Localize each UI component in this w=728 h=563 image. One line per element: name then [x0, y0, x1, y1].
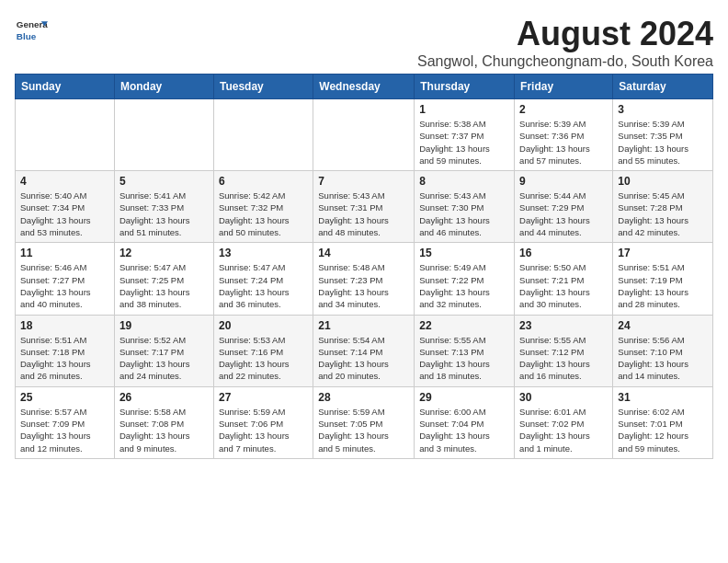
day-number: 14 [318, 247, 409, 259]
day-number: 2 [519, 103, 608, 116]
day-info: Sunrise: 5:54 AM Sunset: 7:14 PM Dayligh… [318, 334, 409, 383]
weekday-header-wednesday: Wednesday [313, 75, 415, 99]
day-info: Sunrise: 5:59 AM Sunset: 7:05 PM Dayligh… [318, 406, 409, 454]
day-number: 4 [20, 175, 109, 188]
day-info: Sunrise: 5:46 AM Sunset: 7:27 PM Dayligh… [20, 261, 109, 310]
day-number: 15 [419, 247, 509, 259]
weekday-header-saturday: Saturday [613, 75, 713, 99]
day-number: 25 [20, 391, 109, 404]
day-number: 28 [318, 391, 409, 404]
day-info: Sunrise: 5:44 AM Sunset: 7:29 PM Dayligh… [519, 190, 608, 238]
week-row-2: 4Sunrise: 5:40 AM Sunset: 7:34 PM Daylig… [16, 171, 713, 243]
day-number: 12 [119, 247, 209, 259]
day-number: 7 [318, 175, 409, 188]
calendar-cell: 3Sunrise: 5:39 AM Sunset: 7:35 PM Daylig… [613, 99, 713, 171]
day-info: Sunrise: 6:02 AM Sunset: 7:01 PM Dayligh… [618, 406, 708, 454]
header: General Blue August 2024 Sangwol, Chungc… [15, 15, 713, 70]
day-number: 23 [519, 319, 608, 332]
calendar-cell: 16Sunrise: 5:50 AM Sunset: 7:21 PM Dayli… [515, 243, 613, 315]
day-number: 30 [519, 391, 608, 404]
day-number: 29 [419, 391, 509, 404]
day-info: Sunrise: 5:51 AM Sunset: 7:19 PM Dayligh… [618, 261, 708, 310]
calendar-cell: 6Sunrise: 5:42 AM Sunset: 7:32 PM Daylig… [213, 171, 313, 243]
day-info: Sunrise: 5:40 AM Sunset: 7:34 PM Dayligh… [20, 190, 109, 238]
calendar-cell: 2Sunrise: 5:39 AM Sunset: 7:36 PM Daylig… [515, 99, 613, 171]
day-number: 26 [119, 391, 209, 404]
logo: General Blue [15, 15, 48, 48]
calendar-cell: 9Sunrise: 5:44 AM Sunset: 7:29 PM Daylig… [515, 171, 613, 243]
day-number: 24 [618, 319, 708, 332]
day-info: Sunrise: 5:42 AM Sunset: 7:32 PM Dayligh… [219, 190, 308, 238]
day-number: 18 [20, 319, 109, 332]
day-number: 1 [419, 103, 509, 116]
calendar-cell: 19Sunrise: 5:52 AM Sunset: 7:17 PM Dayli… [114, 315, 213, 386]
day-number: 19 [119, 319, 209, 332]
weekday-header-sunday: Sunday [16, 75, 115, 99]
calendar-cell: 10Sunrise: 5:45 AM Sunset: 7:28 PM Dayli… [613, 171, 713, 243]
calendar-cell: 12Sunrise: 5:47 AM Sunset: 7:25 PM Dayli… [114, 243, 213, 315]
day-info: Sunrise: 5:39 AM Sunset: 7:35 PM Dayligh… [618, 118, 708, 167]
calendar-cell [114, 99, 213, 171]
week-row-3: 11Sunrise: 5:46 AM Sunset: 7:27 PM Dayli… [16, 243, 713, 315]
day-info: Sunrise: 5:47 AM Sunset: 7:25 PM Dayligh… [119, 261, 209, 310]
day-number: 9 [519, 175, 608, 188]
calendar-cell: 26Sunrise: 5:58 AM Sunset: 7:08 PM Dayli… [114, 386, 213, 458]
calendar-cell: 18Sunrise: 5:51 AM Sunset: 7:18 PM Dayli… [16, 315, 115, 386]
day-info: Sunrise: 5:45 AM Sunset: 7:28 PM Dayligh… [618, 190, 708, 238]
week-row-5: 25Sunrise: 5:57 AM Sunset: 7:09 PM Dayli… [16, 386, 713, 458]
calendar-cell: 29Sunrise: 6:00 AM Sunset: 7:04 PM Dayli… [415, 386, 515, 458]
day-info: Sunrise: 5:50 AM Sunset: 7:21 PM Dayligh… [519, 261, 608, 310]
weekday-header-tuesday: Tuesday [213, 75, 313, 99]
calendar-cell: 4Sunrise: 5:40 AM Sunset: 7:34 PM Daylig… [16, 171, 115, 243]
calendar-cell: 11Sunrise: 5:46 AM Sunset: 7:27 PM Dayli… [16, 243, 115, 315]
calendar-cell [16, 99, 115, 171]
day-info: Sunrise: 5:51 AM Sunset: 7:18 PM Dayligh… [20, 334, 109, 383]
day-number: 3 [618, 103, 708, 116]
day-number: 13 [219, 247, 308, 259]
calendar-title: August 2024 [417, 15, 713, 53]
weekday-header-monday: Monday [114, 75, 213, 99]
calendar-cell: 21Sunrise: 5:54 AM Sunset: 7:14 PM Dayli… [313, 315, 415, 386]
calendar-cell: 20Sunrise: 5:53 AM Sunset: 7:16 PM Dayli… [213, 315, 313, 386]
title-area: August 2024 Sangwol, Chungcheongnam-do, … [417, 15, 713, 70]
day-number: 6 [219, 175, 308, 188]
calendar-cell: 28Sunrise: 5:59 AM Sunset: 7:05 PM Dayli… [313, 386, 415, 458]
week-row-1: 1Sunrise: 5:38 AM Sunset: 7:37 PM Daylig… [16, 99, 713, 171]
calendar-cell: 27Sunrise: 5:59 AM Sunset: 7:06 PM Dayli… [213, 386, 313, 458]
calendar-cell: 31Sunrise: 6:02 AM Sunset: 7:01 PM Dayli… [613, 386, 713, 458]
svg-text:Blue: Blue [17, 31, 37, 41]
calendar-cell: 22Sunrise: 5:55 AM Sunset: 7:13 PM Dayli… [415, 315, 515, 386]
calendar-cell: 17Sunrise: 5:51 AM Sunset: 7:19 PM Dayli… [613, 243, 713, 315]
day-number: 5 [119, 175, 209, 188]
day-number: 27 [219, 391, 308, 404]
day-number: 11 [20, 247, 109, 259]
svg-text:General: General [17, 19, 48, 29]
calendar-cell: 5Sunrise: 5:41 AM Sunset: 7:33 PM Daylig… [114, 171, 213, 243]
calendar-cell: 13Sunrise: 5:47 AM Sunset: 7:24 PM Dayli… [213, 243, 313, 315]
calendar-subtitle: Sangwol, Chungcheongnam-do, South Korea [417, 53, 713, 70]
day-info: Sunrise: 6:01 AM Sunset: 7:02 PM Dayligh… [519, 406, 608, 454]
day-info: Sunrise: 5:43 AM Sunset: 7:30 PM Dayligh… [419, 190, 509, 238]
day-info: Sunrise: 5:58 AM Sunset: 7:08 PM Dayligh… [119, 406, 209, 454]
calendar-table: SundayMondayTuesdayWednesdayThursdayFrid… [15, 74, 713, 459]
day-info: Sunrise: 5:59 AM Sunset: 7:06 PM Dayligh… [219, 406, 308, 454]
day-number: 21 [318, 319, 409, 332]
day-number: 31 [618, 391, 708, 404]
calendar-cell: 15Sunrise: 5:49 AM Sunset: 7:22 PM Dayli… [415, 243, 515, 315]
week-row-4: 18Sunrise: 5:51 AM Sunset: 7:18 PM Dayli… [16, 315, 713, 386]
weekday-header-friday: Friday [515, 75, 613, 99]
weekday-header-thursday: Thursday [415, 75, 515, 99]
calendar-cell: 1Sunrise: 5:38 AM Sunset: 7:37 PM Daylig… [415, 99, 515, 171]
calendar-cell: 24Sunrise: 5:56 AM Sunset: 7:10 PM Dayli… [613, 315, 713, 386]
day-info: Sunrise: 5:56 AM Sunset: 7:10 PM Dayligh… [618, 334, 708, 383]
day-info: Sunrise: 5:38 AM Sunset: 7:37 PM Dayligh… [419, 118, 509, 167]
day-info: Sunrise: 5:52 AM Sunset: 7:17 PM Dayligh… [119, 334, 209, 383]
day-info: Sunrise: 5:43 AM Sunset: 7:31 PM Dayligh… [318, 190, 409, 238]
day-number: 16 [519, 247, 608, 259]
day-info: Sunrise: 5:55 AM Sunset: 7:12 PM Dayligh… [519, 334, 608, 383]
day-info: Sunrise: 5:48 AM Sunset: 7:23 PM Dayligh… [318, 261, 409, 310]
day-info: Sunrise: 5:41 AM Sunset: 7:33 PM Dayligh… [119, 190, 209, 238]
day-info: Sunrise: 5:39 AM Sunset: 7:36 PM Dayligh… [519, 118, 608, 167]
calendar-cell: 14Sunrise: 5:48 AM Sunset: 7:23 PM Dayli… [313, 243, 415, 315]
day-number: 10 [618, 175, 708, 188]
